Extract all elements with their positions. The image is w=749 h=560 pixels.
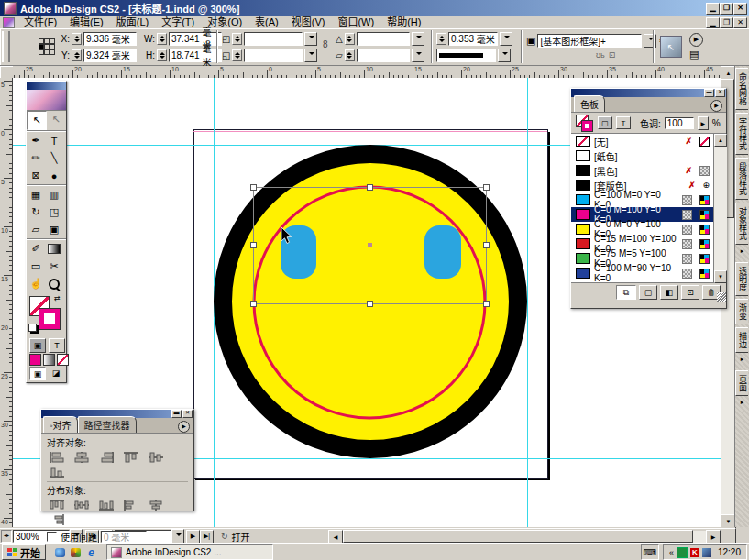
- align-minimize-button[interactable]: ▬: [171, 410, 182, 418]
- align-left-edges-button[interactable]: [48, 451, 66, 466]
- horizontal-scroll-thumb[interactable]: [343, 530, 693, 543]
- preview-mode-button[interactable]: ◪: [49, 367, 63, 379]
- object-style-select[interactable]: [基本图形框架]+: [537, 34, 642, 48]
- swatches-panel-menu-button[interactable]: ▶: [710, 100, 722, 112]
- apply-none-button[interactable]: [57, 354, 69, 366]
- distribute-vertical-centers-button[interactable]: [72, 499, 91, 513]
- scale-y-input[interactable]: [244, 49, 303, 62]
- distribute-right-edges-button[interactable]: [48, 513, 66, 528]
- close-button[interactable]: ✕: [733, 3, 747, 15]
- right-eye[interactable]: [424, 225, 461, 279]
- align-horizontal-centers-button[interactable]: [72, 451, 91, 466]
- h-input[interactable]: 18.741 毫米: [169, 49, 222, 62]
- side-tab-段落样式[interactable]: 段落样式: [735, 158, 748, 200]
- tint-input[interactable]: 100: [665, 117, 694, 129]
- input-method-icon[interactable]: ⌨: [641, 544, 659, 560]
- swatch-row[interactable]: C=100 M=90 Y=10 K=0: [571, 266, 713, 280]
- shear-spinner[interactable]: [345, 49, 355, 61]
- menu-视图[interactable]: 视图(V): [285, 16, 332, 28]
- reference-point-proxy[interactable]: [39, 38, 55, 55]
- shear-tool[interactable]: ▱: [27, 221, 45, 238]
- new-swatch-button[interactable]: ⊡: [681, 285, 699, 300]
- scale-y-spinner[interactable]: [232, 49, 242, 61]
- selection-handle[interactable]: [483, 184, 489, 190]
- shear-dropdown[interactable]: [412, 49, 424, 62]
- menu-窗口[interactable]: 窗口(W): [331, 16, 380, 28]
- mdi-restore-button[interactable]: ❐: [720, 17, 733, 28]
- formatting-affects-text-button[interactable]: T: [49, 338, 65, 353]
- x-spinner[interactable]: [72, 33, 82, 45]
- splitter-handle[interactable]: ◂▸: [1, 530, 12, 543]
- selection-tool[interactable]: ↖: [27, 111, 47, 130]
- title-bar[interactable]: Adobe InDesign CS2 - [未标题-1.indd @ 300%]…: [0, 0, 749, 16]
- scale-x-input[interactable]: [244, 32, 303, 46]
- rotation-input[interactable]: [357, 32, 410, 46]
- rotate-tool[interactable]: ↻: [27, 203, 45, 221]
- menu-版面[interactable]: 版面(L): [110, 16, 155, 28]
- selection-handle[interactable]: [250, 301, 256, 306]
- minimize-button[interactable]: ▁: [706, 3, 720, 15]
- resize-grip[interactable]: [717, 292, 726, 302]
- menu-表[interactable]: 表(A): [248, 16, 285, 28]
- side-tab-描边[interactable]: 描边: [735, 327, 748, 353]
- tint-dropdown[interactable]: ▶: [698, 116, 709, 130]
- swatch-row[interactable]: [黑色]✗: [571, 163, 713, 178]
- align-panel-menu-button[interactable]: ▶: [178, 421, 190, 433]
- palette-menu-button[interactable]: ▶: [689, 33, 703, 47]
- shear-input[interactable]: [357, 49, 410, 62]
- swatches-minimize-button[interactable]: ▬: [704, 89, 714, 97]
- dock-panel-menu-icon[interactable]: ▸: [735, 399, 749, 406]
- pen-tool[interactable]: ✒: [27, 132, 45, 149]
- tab-pathfinder[interactable]: 路径查找器: [78, 416, 137, 433]
- menu-编辑[interactable]: 编辑(E): [63, 16, 110, 28]
- swap-fill-stroke-icon[interactable]: ⇄: [54, 294, 61, 302]
- distribute-horizontal-centers-button[interactable]: [147, 499, 165, 513]
- distribute-left-edges-button[interactable]: [122, 499, 140, 513]
- object-style-dropdown[interactable]: [644, 34, 656, 48]
- spacing-input[interactable]: 0 毫米: [101, 531, 147, 543]
- last-page-button[interactable]: ▶|: [200, 530, 214, 544]
- y-spinner[interactable]: [72, 49, 82, 61]
- y-input[interactable]: 9.324 毫米: [83, 49, 137, 62]
- pencil-tool[interactable]: ✏: [27, 149, 45, 167]
- show-desktop-icon[interactable]: [53, 546, 67, 559]
- show-gradient-swatches-button[interactable]: ◧: [660, 285, 678, 300]
- stroke-style-dropdown[interactable]: [498, 49, 511, 62]
- palette-drag-handle[interactable]: [2, 31, 10, 62]
- eyedropper-tool[interactable]: ✐: [27, 240, 45, 258]
- line-tool[interactable]: ╲: [45, 149, 63, 167]
- swatch-list-scrollbar[interactable]: ▲ ▼: [713, 134, 727, 282]
- selection-handle[interactable]: [250, 184, 256, 190]
- selection-handle[interactable]: [483, 301, 489, 306]
- normal-view-mode-button[interactable]: ▣: [29, 367, 46, 380]
- hand-tool[interactable]: ☝: [27, 275, 45, 292]
- scroll-right-button[interactable]: ▶: [706, 530, 721, 544]
- show-color-swatches-button[interactable]: ▢: [639, 285, 657, 300]
- side-tab-透明度[interactable]: 透明度: [735, 262, 748, 296]
- scroll-left-button[interactable]: ◀: [328, 530, 343, 544]
- tray-network-icon[interactable]: [702, 548, 711, 557]
- stroke-weight-dropdown[interactable]: [500, 32, 512, 46]
- distribute-top-edges-button[interactable]: [48, 499, 66, 513]
- selection-handle[interactable]: [483, 242, 489, 247]
- type-tool[interactable]: T: [45, 132, 63, 149]
- stroke-swatch[interactable]: [39, 309, 60, 329]
- side-tab-页面[interactable]: 页面: [735, 370, 748, 396]
- align-bottom-edges-button[interactable]: [48, 466, 66, 480]
- quick-apply-button[interactable]: ▤: [689, 49, 699, 60]
- default-fill-stroke-icon[interactable]: [28, 324, 37, 332]
- menu-文件[interactable]: 文件(F): [17, 16, 63, 28]
- distribute-bottom-edges-button[interactable]: [97, 499, 116, 513]
- selection-handle[interactable]: [250, 242, 256, 247]
- quick-launch-app-icon[interactable]: [69, 546, 83, 559]
- tray-collapse-icon[interactable]: «: [669, 548, 674, 557]
- mdi-close-button[interactable]: ✕: [733, 17, 747, 28]
- horizontal-ruler[interactable]: 252015105051015202530354045: [13, 66, 721, 79]
- show-all-swatches-button[interactable]: ⧉: [616, 285, 636, 300]
- stroke-weight-input[interactable]: 0.353 毫米: [448, 32, 498, 46]
- align-top-edges-button[interactable]: [122, 451, 140, 466]
- gradient-tool[interactable]: [45, 240, 63, 258]
- tab-align[interactable]: ◦对齐: [43, 416, 78, 433]
- tone-container-button[interactable]: ▢: [598, 116, 612, 129]
- vertical-grid-tool[interactable]: ▥: [45, 186, 63, 203]
